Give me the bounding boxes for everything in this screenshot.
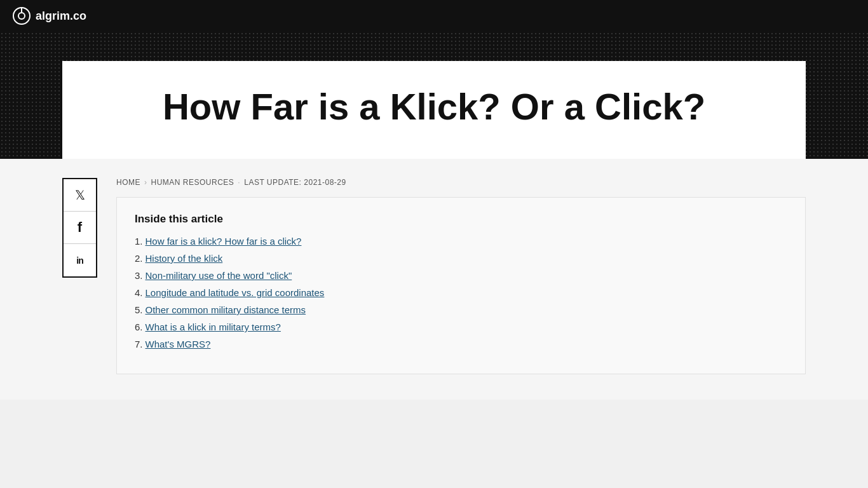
toc-item-link[interactable]: Other common military distance terms bbox=[146, 304, 306, 315]
toc-item: 4.Longitude and latitude vs. grid coordi… bbox=[135, 287, 787, 298]
twitter-icon: 𝕏 bbox=[75, 187, 85, 203]
article-body: HOME › HUMAN RESOURCES · LAST UPDATE: 20… bbox=[116, 178, 806, 374]
logo-text: algrim.co bbox=[36, 10, 86, 23]
hero-section: How Far is a Klick? Or a Click? bbox=[0, 32, 868, 159]
breadcrumb-row: HOME › HUMAN RESOURCES · LAST UPDATE: 20… bbox=[116, 178, 806, 187]
breadcrumb-sep-1: › bbox=[144, 178, 147, 187]
facebook-icon: f bbox=[78, 219, 82, 236]
toc-item: 2.History of the klick bbox=[135, 253, 787, 264]
toc-list: 1.How far is a klick? How far is a click… bbox=[135, 236, 787, 349]
toc-item-num: 1. bbox=[135, 236, 143, 247]
last-update-label: LAST UPDATE: 2021-08-29 bbox=[244, 178, 346, 187]
toc-item-num: 3. bbox=[135, 270, 143, 281]
toc-item: 1.How far is a klick? How far is a click… bbox=[135, 236, 787, 247]
facebook-share-button[interactable]: f bbox=[64, 212, 96, 244]
toc-item-link[interactable]: History of the klick bbox=[146, 253, 223, 264]
logo-area[interactable]: algrim.co bbox=[13, 7, 86, 25]
article-title-card: How Far is a Klick? Or a Click? bbox=[62, 61, 806, 159]
breadcrumb-category[interactable]: HUMAN RESOURCES bbox=[151, 178, 234, 187]
toc-item: 7.What's MGRS? bbox=[135, 339, 787, 349]
toc-item-link[interactable]: How far is a klick? How far is a click? bbox=[146, 236, 302, 247]
toc-item-link[interactable]: Longitude and latitude vs. grid coordina… bbox=[146, 287, 325, 298]
social-buttons-group: 𝕏 f in bbox=[62, 178, 97, 278]
toc-item: 5.Other common military distance terms bbox=[135, 304, 787, 315]
linkedin-icon: in bbox=[76, 255, 83, 266]
table-of-contents: Inside this article 1.How far is a klick… bbox=[116, 197, 806, 374]
toc-item-num: 6. bbox=[135, 322, 143, 332]
breadcrumb-sep-2: · bbox=[238, 178, 240, 187]
toc-title: Inside this article bbox=[135, 213, 787, 226]
social-sidebar: 𝕏 f in bbox=[62, 178, 97, 374]
content-area: 𝕏 f in HOME › HUMAN RESOURCES · LAST UPD… bbox=[0, 159, 868, 400]
toc-item-link[interactable]: Non-military use of the word "click" bbox=[146, 270, 292, 281]
linkedin-share-button[interactable]: in bbox=[64, 244, 96, 276]
toc-item-num: 2. bbox=[135, 253, 143, 264]
article-title: How Far is a Klick? Or a Click? bbox=[100, 86, 768, 127]
algrim-logo-icon bbox=[13, 7, 31, 25]
toc-item-num: 5. bbox=[135, 304, 143, 315]
toc-item-link[interactable]: What's MGRS? bbox=[146, 339, 211, 349]
toc-item-link[interactable]: What is a klick in military terms? bbox=[146, 322, 281, 332]
top-navigation: algrim.co bbox=[0, 0, 868, 32]
toc-item: 6.What is a klick in military terms? bbox=[135, 322, 787, 332]
breadcrumb-home[interactable]: HOME bbox=[116, 178, 140, 187]
twitter-share-button[interactable]: 𝕏 bbox=[64, 179, 96, 212]
svg-point-1 bbox=[18, 13, 25, 19]
main-container: 𝕏 f in HOME › HUMAN RESOURCES · LAST UPD… bbox=[62, 178, 806, 374]
toc-item: 3.Non-military use of the word "click" bbox=[135, 270, 787, 281]
toc-item-num: 4. bbox=[135, 287, 143, 298]
toc-item-num: 7. bbox=[135, 339, 143, 349]
